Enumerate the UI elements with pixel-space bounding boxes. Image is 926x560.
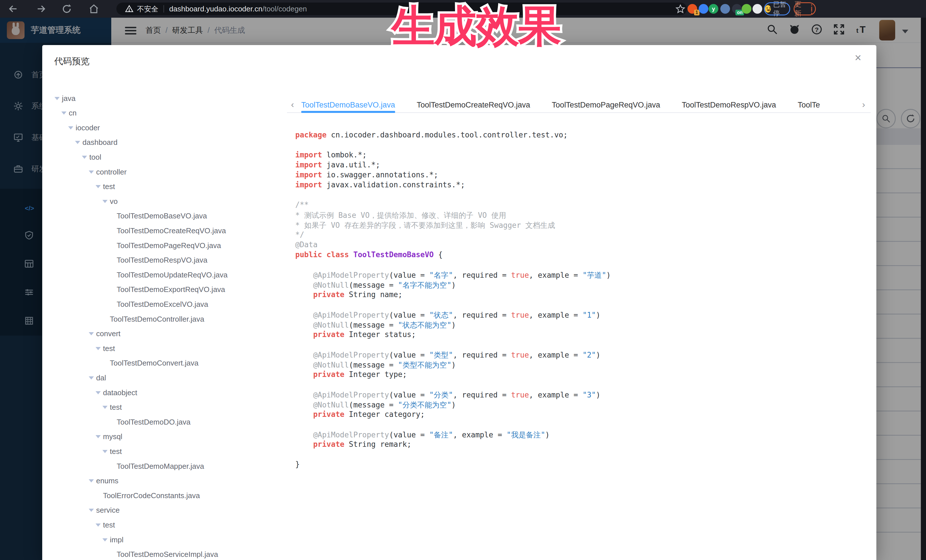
tree-node[interactable]: test xyxy=(42,180,287,194)
caret-down-icon[interactable] xyxy=(95,185,101,188)
tree-node[interactable]: ToolTestDemoMapper.java xyxy=(42,459,287,474)
tree-node[interactable]: service xyxy=(42,503,287,518)
caret-down-icon[interactable] xyxy=(95,435,101,438)
caret-down-icon[interactable] xyxy=(89,376,94,379)
tree-node[interactable]: cn xyxy=(42,106,287,121)
code-line: @NotNull(message = "名字不能为空") xyxy=(295,280,869,290)
puzzle-extension-icon[interactable] xyxy=(752,4,762,14)
tree-node[interactable]: ToolTestDemoPageReqVO.java xyxy=(42,238,287,253)
tree-node-label: dal xyxy=(96,374,106,382)
code-line: private String name; xyxy=(295,290,869,300)
file-tab[interactable]: ToolTestDemoPageReqVO.java xyxy=(552,97,660,113)
caret-down-icon[interactable] xyxy=(89,509,94,512)
caret-down-icon[interactable] xyxy=(89,332,94,335)
file-tab[interactable]: ToolTe xyxy=(797,97,820,113)
code-line: public class ToolTestDemoBaseVO { xyxy=(295,251,869,260)
code-line: private Integer category; xyxy=(295,410,869,420)
code-line xyxy=(295,420,869,430)
bookmark-star-icon[interactable] xyxy=(676,4,685,14)
file-tab[interactable]: ToolTestDemoBaseVO.java xyxy=(301,97,395,113)
tree-node[interactable]: ToolTestDemoUpdateReqVO.java xyxy=(42,267,287,282)
tree-node[interactable]: test xyxy=(42,400,287,415)
caret-down-icon[interactable] xyxy=(103,406,107,409)
file-tabs: ToolTestDemoBaseVO.javaToolTestDemoCreat… xyxy=(301,97,859,113)
paused-label: 已暂停 xyxy=(773,0,789,18)
tree-node[interactable]: tool xyxy=(42,150,287,165)
tree-node-label: dashboard xyxy=(82,138,118,147)
tabs-prev-icon[interactable]: ‹ xyxy=(291,99,294,110)
tree-node[interactable]: dashboard xyxy=(42,135,287,150)
caret-down-icon[interactable] xyxy=(95,524,101,527)
caret-down-icon[interactable] xyxy=(89,479,94,483)
caret-down-icon[interactable] xyxy=(103,200,107,203)
green-y-extension-icon[interactable]: y xyxy=(709,4,718,14)
file-tab[interactable]: ToolTestDemoCreateReqVO.java xyxy=(417,97,530,113)
tree-node[interactable]: controller xyxy=(42,165,287,180)
code-line: import javax.validation.constraints.*; xyxy=(295,181,869,190)
code-preview-dialog: 代码预览 × javacniocoderdashboardtoolcontrol… xyxy=(42,45,876,560)
tree-node[interactable]: ToolTestDemoBaseVO.java xyxy=(42,209,287,223)
tree-node-label: test xyxy=(110,447,122,456)
tree-node[interactable]: vo xyxy=(42,194,287,209)
code-view: package cn.iocoder.dashboard.modules.too… xyxy=(295,131,869,470)
back-icon[interactable] xyxy=(8,4,18,14)
tree-node-label: iocoder xyxy=(76,124,100,132)
tree-node[interactable]: ToolTestDemoExcelVO.java xyxy=(42,297,287,312)
tree-node[interactable]: test xyxy=(42,444,287,459)
tree-node[interactable]: impl xyxy=(42,532,287,547)
caret-down-icon[interactable] xyxy=(103,538,107,542)
ubuntu-extension-icon[interactable]: 1 xyxy=(687,4,697,14)
security-label[interactable]: 不安全 xyxy=(137,4,158,14)
tree-node[interactable]: convert xyxy=(42,326,287,341)
tree-node[interactable]: ToolTestDemoConvert.java xyxy=(42,356,287,371)
tree-node[interactable]: ToolTestDemoCreateReqVO.java xyxy=(42,223,287,238)
tree-node[interactable]: test xyxy=(42,518,287,532)
tree-node[interactable]: ToolTestDemoServiceImpl.java xyxy=(42,547,287,560)
tree-node[interactable]: ToolTestDemoDO.java xyxy=(42,415,287,429)
tampermonkey-extension-icon[interactable]: on xyxy=(732,4,742,14)
file-tab[interactable]: ToolTestDemoRespVO.java xyxy=(682,97,776,113)
tree-node-label: ToolTestDemoDO.java xyxy=(117,418,191,427)
tree-node[interactable]: enums xyxy=(42,474,287,488)
grid-extension-icon[interactable] xyxy=(720,4,730,14)
menu-dots-icon[interactable]: ⋮⋮ xyxy=(808,5,815,12)
tree-node[interactable]: java xyxy=(42,91,287,106)
scrollbar[interactable] xyxy=(921,18,926,560)
tree-node[interactable]: ToolTestDemoExportReqVO.java xyxy=(42,282,287,297)
code-line xyxy=(295,190,869,201)
drop-extension-icon[interactable] xyxy=(699,4,708,14)
tree-node[interactable]: dataobject xyxy=(42,385,287,400)
caret-down-icon[interactable] xyxy=(82,156,87,159)
update-button[interactable]: 更新 ⋮⋮ xyxy=(794,2,816,15)
caret-down-icon[interactable] xyxy=(89,171,94,174)
caret-down-icon[interactable] xyxy=(54,97,60,100)
home-icon[interactable] xyxy=(89,4,99,14)
tree-node[interactable]: test xyxy=(42,341,287,356)
leaf-extension-icon[interactable] xyxy=(742,4,751,14)
code-line: import java.util.*; xyxy=(295,160,869,171)
caret-down-icon[interactable] xyxy=(68,126,73,130)
caret-down-icon[interactable] xyxy=(75,141,80,144)
tree-node[interactable]: iocoder xyxy=(42,120,287,135)
caret-down-icon[interactable] xyxy=(95,347,101,350)
tree-node-label: ToolTestDemoRespVO.java xyxy=(117,256,207,265)
caret-down-icon[interactable] xyxy=(95,391,101,394)
tree-node-label: ToolErrorCodeConstants.java xyxy=(103,491,200,500)
caret-down-icon[interactable] xyxy=(103,450,107,453)
close-icon[interactable]: × xyxy=(855,51,861,64)
reload-icon[interactable] xyxy=(62,4,72,14)
tree-node-label: ToolTestDemoUpdateReqVO.java xyxy=(117,270,228,279)
tree-node[interactable]: mysql xyxy=(42,429,287,444)
forward-icon[interactable] xyxy=(36,4,46,14)
code-line xyxy=(295,140,869,151)
code-line: import io.swagger.annotations.*; xyxy=(295,171,869,181)
tree-node[interactable]: ToolTestDemoController.java xyxy=(42,312,287,326)
tree-node[interactable]: ToolErrorCodeConstants.java xyxy=(42,488,287,503)
tree-node[interactable]: dal xyxy=(42,370,287,385)
tree-node-label: ToolTestDemoCreateReqVO.java xyxy=(117,226,226,235)
code-line: * 如果子 VO 存在差异的字段，请不要添加到这里，影响 Swagger 文档生… xyxy=(295,220,869,230)
tree-node[interactable]: ToolTestDemoRespVO.java xyxy=(42,253,287,268)
caret-down-icon[interactable] xyxy=(61,112,67,115)
paused-extension-badge[interactable]: 已暂停 xyxy=(764,2,790,15)
tabs-next-icon[interactable]: › xyxy=(862,99,865,110)
